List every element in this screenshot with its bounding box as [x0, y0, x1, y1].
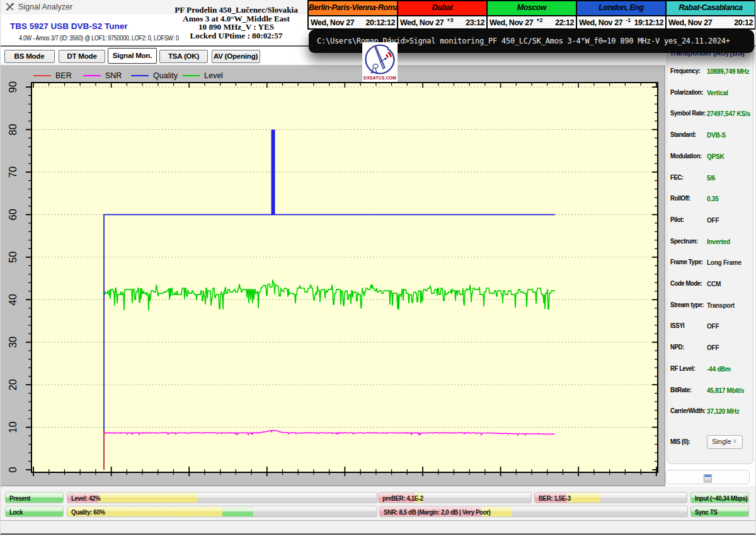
legend-label: Level	[204, 71, 223, 80]
tp-label-polarization: Polarization:	[670, 89, 703, 96]
tab-tsa-ok[interactable]: TSA (OK)	[159, 50, 208, 63]
window-bottom-edge	[0, 533, 756, 535]
meter-level: Level: 42%	[67, 492, 377, 503]
clock-time: 23:12	[466, 18, 484, 27]
svg-text:80: 80	[7, 124, 18, 135]
tab-dt-mode[interactable]: DT Mode	[59, 50, 105, 63]
tp-value: 37,120 MHz	[707, 407, 739, 415]
site-info-line: Locked UPtime : 80:02:57	[142, 32, 331, 40]
meter-present: Present	[5, 492, 64, 503]
clock-datetime: Wed, Nov 27+222:12	[488, 15, 576, 28]
meter-lock: Lock	[5, 506, 64, 517]
meter-ber: BER: 1,5E-3	[534, 492, 687, 503]
tab-signal-mon[interactable]: Signal Mon.	[108, 48, 157, 64]
tp-label-npd: NPD:	[670, 344, 684, 351]
meter-label: Lock	[9, 508, 23, 516]
svg-text:40: 40	[7, 294, 18, 305]
clock-date: Wed, Nov 27	[579, 18, 622, 27]
meter-sync: Sync TS	[690, 506, 749, 517]
panel-footer-card	[665, 470, 750, 484]
meter-label: Quality: 60%	[71, 508, 105, 516]
tp-value: 0.35	[707, 195, 718, 202]
clock-datetime: Wed, Nov 27-119:12:12	[577, 15, 665, 28]
clock-city-label: Rabat-Casablanca	[667, 1, 755, 15]
clock-london-eng: London, EngWed, Nov 27-119:12:12	[577, 1, 667, 28]
tp-label-carrierwidth: CarrierWidth:	[670, 407, 706, 414]
satellite-dish-icon	[362, 42, 398, 76]
chevron-down-icon: ∨	[733, 438, 739, 444]
clock-date: Wed, Nov 27	[490, 18, 533, 27]
legend-item-snr: SNR	[83, 70, 122, 80]
signal-chart: 0102030405060708090	[0, 65, 665, 486]
tp-value: 45,817 Mbit/s	[707, 387, 744, 394]
clock-city-label: Berlin-Paris-Vienna-Roma	[309, 1, 397, 15]
clock-date: Wed, Nov 27	[400, 18, 444, 27]
tp-label-code-mode: Code Mode:	[670, 280, 702, 287]
clock-datetime: Wed, Nov 27+323:12	[398, 15, 486, 28]
clock-datetime: Wed, Nov 2720:12	[667, 15, 755, 28]
tp-value: Inverted	[707, 238, 730, 245]
legend-swatch-snr	[83, 75, 101, 76]
svg-text:20: 20	[7, 379, 18, 390]
tp-value: OFF	[707, 344, 719, 351]
clock-moscow: MoscowWed, Nov 27+222:12	[488, 1, 577, 28]
clock-rabat-casablanca: Rabat-CasablancaWed, Nov 2720:12	[667, 1, 755, 28]
mis-label: MIS (0):	[670, 438, 690, 445]
meter-quality: Quality: 60%	[67, 506, 377, 517]
tp-label-rolloff: RollOff:	[670, 195, 690, 202]
meter-label: SNR: 8,5 dB (Margin: 2,0 dB | Very Poor)	[384, 508, 490, 516]
tp-value: -44 dBm	[707, 365, 731, 373]
svg-text:30: 30	[7, 337, 18, 348]
tp-value: Vertical	[707, 89, 728, 96]
legend-label: BER	[55, 71, 72, 80]
chart-panel: BERSNRQualityLevel 0102030405060708090	[0, 65, 665, 486]
tab-bs-mode[interactable]: BS Mode	[4, 50, 55, 63]
clock-time: 20:12:12	[366, 18, 395, 27]
meter-label: Sync TS	[695, 508, 718, 516]
clock-time: 20:12	[734, 18, 753, 27]
svg-text:10: 10	[7, 421, 18, 433]
site-info-line: 10 890 MHz_V : YES	[142, 23, 331, 32]
site-info: PF Prodelin 450_Lučenec/SlovakiaAmos 3 a…	[142, 6, 331, 40]
site-info-line: PF Prodelin 450_Lučenec/Slovakia	[142, 6, 331, 15]
clock-dubai: DubaiWed, Nov 27+323:12	[398, 1, 488, 28]
tp-value: 27497,547 KS/s	[707, 110, 750, 117]
tp-label-standard: Standard:	[670, 131, 696, 138]
meter-snr: SNR: 8,5 dB (Margin: 2,0 dB | Very Poor)	[379, 506, 688, 517]
meter-preber: preBER: 4,1E-2	[378, 492, 532, 503]
clock-date: Wed, Nov 27	[668, 18, 712, 27]
meter-label: preBER: 4,1E-2	[382, 494, 423, 502]
tp-value: 10889,749 MHz	[707, 67, 749, 75]
tp-label-pilot: Pilot:	[670, 216, 684, 223]
tab-av-opening[interactable]: AV (Opening)	[212, 50, 260, 63]
clock-city-label: London, Eng	[577, 1, 665, 15]
tp-label-frame-type: Frame Type:	[670, 259, 703, 265]
clock-time: 22:12	[555, 18, 574, 27]
meter-label: Present	[9, 494, 30, 502]
tp-label-spectrum: Spectrum:	[670, 238, 698, 245]
legend-swatch-quality	[131, 75, 149, 76]
tp-label-fec: FEC:	[670, 174, 684, 181]
svg-text:90: 90	[7, 81, 18, 93]
list-view-button[interactable]	[704, 474, 712, 482]
clock-datetime: Wed, Nov 2720:12:12	[309, 15, 397, 28]
svg-text:50: 50	[7, 252, 18, 263]
meter-label: Level: 42%	[71, 494, 100, 502]
clock-city-label: Moscow	[488, 1, 576, 15]
meter-input: Input (~40,34 Mbps)	[690, 492, 749, 503]
legend-label: SNR	[105, 71, 122, 80]
tp-value: CCM	[707, 280, 721, 288]
tp-value: Transport	[707, 301, 735, 309]
tp-value: QPSK	[707, 153, 724, 160]
legend-item-ber: BER	[33, 70, 72, 80]
meter-label: BER: 1,5E-3	[539, 494, 571, 502]
clock-utc-offset: +3	[447, 17, 453, 23]
clock-utc-offset: -1	[626, 17, 631, 23]
clock-city-label: Dubai	[398, 1, 486, 15]
legend-swatch-ber	[33, 75, 51, 76]
tp-value: DVB-S	[707, 131, 726, 139]
tp-value: OFF	[707, 216, 719, 224]
legend-item-quality: Quality	[131, 70, 178, 80]
world-clocks: Berlin-Paris-Vienna-RomaWed, Nov 2720:12…	[307, 0, 756, 30]
app-icon	[5, 2, 15, 12]
